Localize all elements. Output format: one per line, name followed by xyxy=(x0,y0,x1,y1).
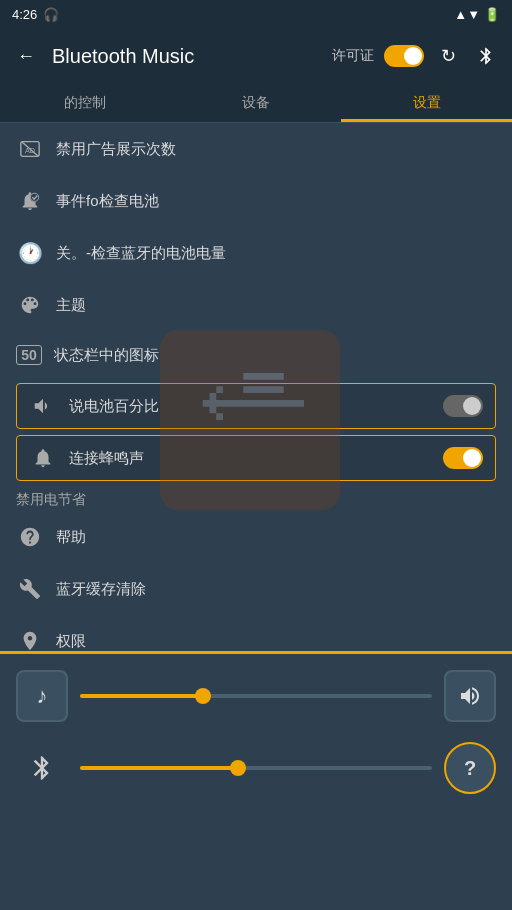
event-check-label: 事件fo检查电池 xyxy=(56,192,496,211)
setting-connect-beep[interactable]: 连接蜂鸣声 xyxy=(16,435,496,481)
bluetooth-slider-fill xyxy=(80,766,238,770)
tab-controls[interactable]: 的控制 xyxy=(0,84,171,122)
say-battery-label: 说电池百分比 xyxy=(69,397,431,416)
ads-icon: AD xyxy=(16,135,44,163)
bluetooth-slider-track[interactable] xyxy=(80,766,432,770)
volume-icon xyxy=(458,684,482,708)
setting-bluetooth-cache[interactable]: 蓝牙缓存清除 xyxy=(0,563,512,615)
theme-label: 主题 xyxy=(56,296,496,315)
bluetooth-bottom-svg xyxy=(28,754,56,782)
header: ← Bluetooth Music 许可证 ↻ xyxy=(0,28,512,84)
connect-beep-label: 连接蜂鸣声 xyxy=(69,449,431,468)
clock-icon: 🕐 xyxy=(16,239,44,267)
location-icon xyxy=(16,627,44,651)
status-time: 4:26 xyxy=(12,7,37,22)
svg-text:AD: AD xyxy=(25,146,35,155)
theme-icon xyxy=(16,291,44,319)
bluetooth-cache-label: 蓝牙缓存清除 xyxy=(56,580,496,599)
music-control-row: ♪ xyxy=(16,670,496,722)
setting-permissions[interactable]: 权限 xyxy=(0,615,512,651)
bottom-controls: ♪ ? xyxy=(0,654,512,874)
setting-check-bluetooth-battery[interactable]: 🕐 关。-检查蓝牙的电池电量 xyxy=(0,227,512,279)
music-note-icon: ♪ xyxy=(37,683,48,709)
music-slider-thumb xyxy=(195,688,211,704)
music-slider-fill xyxy=(80,694,203,698)
disable-battery-saving-label: 禁用电节省 xyxy=(0,485,512,511)
music-slider-track[interactable] xyxy=(80,694,432,698)
permission-label: 许可证 xyxy=(332,47,374,65)
page-title: Bluetooth Music xyxy=(52,45,320,68)
say-battery-toggle[interactable] xyxy=(443,395,483,417)
headphone-icon: 🎧 xyxy=(43,7,59,22)
wrench-icon xyxy=(16,575,44,603)
setting-event-check-battery[interactable]: 事件fo检查电池 xyxy=(0,175,512,227)
help-btn-icon: ? xyxy=(464,757,476,780)
setting-disable-ads[interactable]: AD 禁用广告展示次数 xyxy=(0,123,512,175)
volume-button[interactable] xyxy=(444,670,496,722)
check-battery-label: 关。-检查蓝牙的电池电量 xyxy=(56,244,496,263)
bluetooth-bottom-icon xyxy=(16,742,68,794)
tab-bar: 的控制 设备 设置 xyxy=(0,84,512,123)
setting-help[interactable]: 帮助 xyxy=(0,511,512,563)
bell-check-icon xyxy=(16,187,44,215)
music-note-button[interactable]: ♪ xyxy=(16,670,68,722)
tab-settings[interactable]: 设置 xyxy=(341,84,512,122)
refresh-button[interactable]: ↻ xyxy=(434,42,462,70)
help-icon xyxy=(16,523,44,551)
settings-list: AD 禁用广告展示次数 事件fo检查电池 🕐 关。-检查蓝牙的电池电量 xyxy=(0,123,512,651)
status-bar: 4:26 🎧 ▲▼ 🔋 xyxy=(0,0,512,28)
status-bar-icons-label: 状态栏中的图标 xyxy=(54,346,496,365)
header-actions: 许可证 ↻ xyxy=(332,42,500,70)
setting-say-battery[interactable]: 说电池百分比 xyxy=(16,383,496,429)
battery-icon: 🔋 xyxy=(484,7,500,22)
disable-ads-label: 禁用广告展示次数 xyxy=(56,140,496,159)
connect-beep-toggle[interactable] xyxy=(443,447,483,469)
50-icon: 50 xyxy=(16,345,42,365)
bluetooth-slider-thumb xyxy=(230,760,246,776)
wifi-icon: ▲▼ xyxy=(454,7,480,22)
tab-devices[interactable]: 设备 xyxy=(171,84,342,122)
permissions-label: 权限 xyxy=(56,632,496,651)
help-button[interactable]: ? xyxy=(444,742,496,794)
back-button[interactable]: ← xyxy=(12,42,40,70)
volume-icon xyxy=(29,392,57,420)
permission-toggle[interactable] xyxy=(384,45,424,67)
bell-icon xyxy=(29,444,57,472)
bluetooth-control-row: ? xyxy=(16,742,496,794)
setting-status-bar-icons[interactable]: 50 状态栏中的图标 xyxy=(0,331,512,379)
help-label: 帮助 xyxy=(56,528,496,547)
bluetooth-header-icon[interactable] xyxy=(472,42,500,70)
setting-theme[interactable]: 主题 xyxy=(0,279,512,331)
